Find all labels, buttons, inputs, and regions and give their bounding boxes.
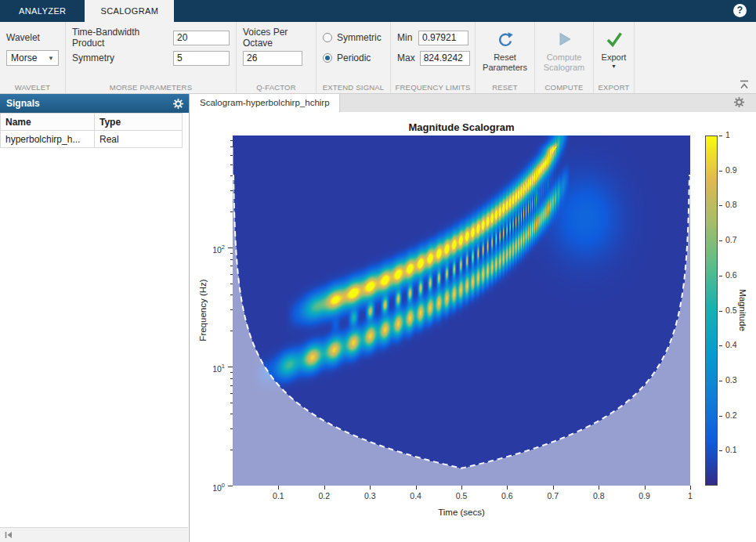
signals-panel-title: Signals [6,98,40,109]
section-label-reset: RESET [476,83,534,92]
min-input[interactable] [418,31,468,45]
signals-hscrollbar [0,527,188,542]
export-label: Export [602,52,627,63]
scalogram-plot: Magnitude Scalogram Frequency (Hz) 10010… [190,112,756,542]
vpo-input[interactable] [243,51,302,66]
signal-name-cell[interactable]: hyperbolchirp_h... [1,131,95,148]
symmetry-input[interactable] [173,51,230,66]
colorbar-canvas [705,136,718,486]
chevron-down-icon: ▼ [611,63,617,69]
radio-symmetric-circle [323,33,332,42]
toolstrip-filler [635,22,756,93]
radio-symmetric[interactable]: Symmetric [317,27,390,48]
section-label-qfactor: Q-FACTOR [237,83,316,92]
radio-periodic-circle [323,53,332,63]
tab-scalogram[interactable]: SCALOGRAM [85,0,174,22]
export-button[interactable]: Export ▼ [594,27,634,69]
section-export: Export ▼ EXPORT [594,22,635,93]
scroll-to-start-icon[interactable] [4,530,13,542]
signals-col-name[interactable]: Name [1,114,95,131]
compute-scalogram-label: Compute Scalogram [538,52,590,73]
section-label-compute: COMPUTE [535,83,593,92]
section-compute: Compute Scalogram COMPUTE [535,22,594,93]
signals-panel: Signals Name Type [0,94,190,542]
colorbar-label: Magnitude [738,289,747,331]
scalogram-canvas[interactable] [233,136,690,486]
section-label-extend: EXTEND SIGNAL [317,83,390,92]
signals-table: Name Type hyperbolchirp_h... Real [0,113,183,148]
section-label-freqlimits: FREQUENCY LIMITS [391,83,475,92]
wavelet-label: Wavelet [6,32,40,43]
reset-parameters-button[interactable]: Reset Parameters [476,27,534,73]
wavelet-dropdown[interactable]: Morse ▼ [6,50,59,66]
radio-periodic[interactable]: Periodic [317,48,390,68]
vpo-label: Voices Per Octave [243,27,309,49]
section-q-factor: Voices Per Octave Q-FACTOR [237,22,317,93]
app-window: ANALYZER SCALOGRAM ? Wavelet Morse ▼ WAV… [0,0,756,542]
section-label-wavelet: WAVELET [0,83,65,92]
compute-scalogram-button[interactable]: Compute Scalogram [535,27,593,73]
section-morse-parameters: Time-Bandwidth Product Symmetry MORSE PA… [66,22,237,93]
max-label: Max [397,52,415,63]
section-reset: Reset Parameters RESET [476,22,535,93]
reset-icon [496,30,515,51]
scalogram-document-tab[interactable]: Scalogram-hyperbolchirp_hchirp [190,94,340,112]
signal-type-cell[interactable]: Real [95,131,183,148]
toolstrip-tab-bar: ANALYZER SCALOGRAM ? [0,0,756,22]
y-axis-ticks: 100101102 [190,136,233,486]
chevron-down-icon: ▼ [48,55,54,62]
x-axis-ticks: 0.10.20.30.40.50.60.70.80.91 [233,486,690,504]
document-area: Scalogram-hyperbolchirp_hchirp Magnitude… [190,94,756,542]
max-input[interactable] [420,51,470,66]
radio-symmetric-label: Symmetric [337,32,382,43]
plot-title: Magnitude Scalogram [233,121,690,133]
document-tab-bar: Scalogram-hyperbolchirp_hchirp [190,94,756,112]
signals-panel-header: Signals [0,94,189,113]
collapse-toolstrip-icon[interactable] [739,79,750,90]
radio-periodic-label: Periodic [337,52,371,63]
tab-analyzer[interactable]: ANALYZER [3,0,81,22]
section-label-export: EXPORT [594,83,634,92]
wavelet-dropdown-value: Morse [11,52,37,63]
toolstrip: Wavelet Morse ▼ WAVELET Time-Bandwidth P… [0,22,756,94]
x-axis-label: Time (secs) [233,508,690,517]
gear-icon[interactable] [733,96,745,110]
reset-parameters-label: Reset Parameters [479,52,531,73]
play-icon [555,30,573,51]
tbp-input[interactable] [173,31,230,45]
check-icon [605,30,624,51]
min-label: Min [397,32,414,43]
section-wavelet: Wavelet Morse ▼ WAVELET [0,22,66,93]
section-label-morse: MORSE PARAMETERS [66,83,236,92]
help-icon[interactable]: ? [733,4,747,17]
section-extend-signal: Symmetric Periodic EXTEND SIGNAL [317,22,391,93]
signals-col-type[interactable]: Type [95,114,183,131]
section-frequency-limits: Min Max FREQUENCY LIMITS [391,22,476,93]
symmetry-label: Symmetry [72,52,168,63]
gear-icon[interactable] [172,97,184,116]
tbp-label: Time-Bandwidth Product [72,27,168,49]
table-row[interactable]: hyperbolchirp_h... Real [1,131,183,148]
